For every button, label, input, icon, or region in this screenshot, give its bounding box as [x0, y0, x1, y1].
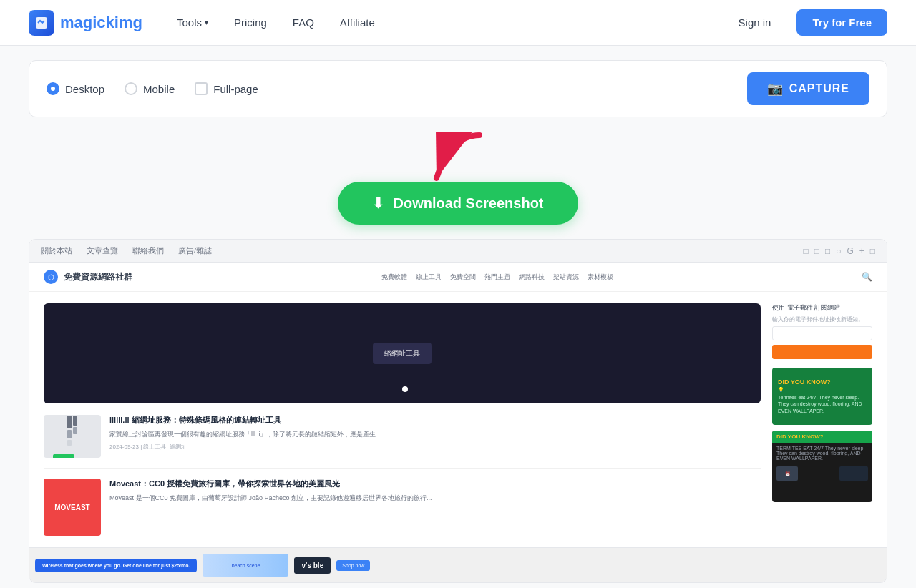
sidebar-ad-green: DID YOU KNOW? 💡 Termites eat 24/7. They …	[772, 368, 872, 425]
logo-icon	[29, 10, 54, 36]
preview-hero-inner: 縮網址工具	[373, 343, 432, 364]
preview-thumb-img-1	[44, 415, 101, 458]
preview-nav-links: 關於本站 文章查覽 聯絡我們 廣告/雜誌	[41, 245, 212, 256]
ad-text: Termites eat 24/7. They never sleep. The…	[778, 394, 867, 413]
preview-article-1: llllll.li 縮網址服務：特殊條碼風格的連結轉址工具 家覽線上討論區再發現…	[44, 415, 761, 469]
preview-article-text-2: Moveast 是一個CC0 免費圖庫，由葡萄牙設計師 João Pacheco…	[109, 494, 761, 504]
logo-text: magickimg	[60, 14, 142, 32]
banner-logo: v's ble	[294, 557, 331, 574]
sidebar-subscribe-title: 使用 電子郵件 訂閱網站	[772, 303, 872, 313]
preview-article-text-1: 家覽線上討論區再發現一個很有趣的縮網址服務「lll.li」，除了將元長的鏈結縮短…	[109, 430, 761, 440]
fullpage-checkbox[interactable]	[195, 82, 208, 95]
chevron-down-icon: ▾	[205, 19, 208, 26]
ad-title: DID YOU KNOW?	[778, 378, 867, 386]
try-free-button[interactable]: Try for Free	[796, 9, 887, 36]
preview-article-meta-1: 2024-09-23 | 線上工具, 縮網址	[109, 443, 761, 451]
navbar: magickimg Tools ▾ Pricing FAQ Affiliate …	[0, 0, 916, 46]
banner-blue: Wireless that goes where you go. Get one…	[35, 559, 197, 572]
site-nav-7: 素材模板	[588, 273, 613, 282]
nav-item-pricing[interactable]: Pricing	[223, 11, 278, 34]
mobile-option[interactable]: Mobile	[125, 82, 175, 95]
sidebar-email-input[interactable]	[772, 326, 872, 340]
site-nav-1: 免費軟體	[381, 273, 407, 282]
camera-icon: 📷	[767, 81, 784, 97]
ad-dark-footer: ⏰	[772, 464, 872, 484]
nav-links: Tools ▾ Pricing FAQ Affiliate	[165, 11, 724, 34]
preview-nav-4: 廣告/雜誌	[178, 245, 212, 256]
toolbar-row: Desktop Mobile Full-page 📷 CAPTURE	[29, 60, 887, 117]
desktop-option[interactable]: Desktop	[47, 82, 104, 95]
banner-btn[interactable]: Shop now	[336, 560, 370, 571]
desktop-radio[interactable]	[47, 82, 59, 95]
preview-main: 縮網址工具	[44, 303, 761, 536]
preview-article-content-1: llllll.li 縮網址服務：特殊條碼風格的連結轉址工具 家覽線上討論區再發現…	[109, 415, 761, 458]
preview-icon-4: ○	[836, 246, 841, 256]
preview-icon-7: □	[870, 246, 875, 256]
banner-text: Wireless that goes where you go. Get one…	[42, 563, 190, 568]
preview-icon-6: +	[859, 246, 864, 256]
nav-item-faq[interactable]: FAQ	[281, 11, 326, 34]
site-nav-6: 架站資源	[553, 273, 579, 282]
capture-button[interactable]: 📷 CAPTURE	[747, 72, 869, 105]
logo[interactable]: magickimg	[29, 10, 142, 36]
preview-logo-area: ⬡ 免費資源網路社群	[44, 270, 132, 284]
preview-site-name: 免費資源網路社群	[64, 271, 132, 283]
preview-sidebar: 使用 電子郵件 訂閱網站 輸入你的電子郵件地址接收新通知。 DID YOU KN…	[772, 303, 872, 536]
preview-icon-3: □	[825, 246, 830, 256]
main-content: Desktop Mobile Full-page 📷 CAPTURE	[0, 46, 916, 588]
sidebar-subscribe-sub: 輸入你的電子郵件地址接收新通知。	[772, 315, 872, 323]
preview-article-2: MOVEAST Moveast：CC0 授權免費旅行圖庫，帶你探索世界各地的美麗…	[44, 479, 761, 536]
sign-in-button[interactable]: Sign in	[724, 11, 786, 34]
preview-nav-1: 關於本站	[41, 245, 72, 256]
preview-content: 縮網址工具	[29, 292, 887, 547]
site-nav-2: 線上工具	[416, 273, 442, 282]
nav-actions: Sign in Try for Free	[724, 9, 887, 36]
preview-logo-icon: ⬡	[44, 270, 58, 284]
preview-icons: □ □ □ ○ G + □	[803, 246, 875, 256]
preview-moveast-thumb: MOVEAST	[44, 479, 101, 536]
preview-article-content-2: Moveast：CC0 授權免費旅行圖庫，帶你探索世界各地的美麗風光 Movea…	[109, 479, 761, 536]
ad-img	[839, 466, 868, 481]
preview-icon-2: □	[814, 246, 819, 256]
ad-dark-header: DID YOU KNOW?	[772, 431, 872, 443]
arrow-indicator	[415, 132, 501, 189]
sidebar-subscribe-btn[interactable]	[772, 345, 872, 359]
preview-search-icon: 🔍	[862, 272, 872, 282]
preview-icon-1: □	[803, 246, 808, 256]
preview-article-title-1: llllll.li 縮網址服務：特殊條碼風格的連結轉址工具	[109, 415, 761, 426]
preview-icon-5: G	[847, 246, 853, 256]
preview-nav-2: 文章查覽	[87, 245, 118, 256]
nav-item-tools[interactable]: Tools ▾	[165, 11, 220, 34]
site-nav-3: 免費空間	[450, 273, 476, 282]
ad-bulb-icon: 💡	[778, 387, 867, 393]
preview-site-header: ⬡ 免費資源網路社群 免費軟體 線上工具 免費空間 熱門主題 網路科技 架站資源…	[29, 263, 887, 292]
mobile-radio[interactable]	[125, 82, 137, 95]
site-nav-4: 熱門主題	[484, 273, 510, 282]
preview-hero-dot	[402, 386, 408, 392]
sidebar-subscribe-widget: 使用 電子郵件 訂閱網站 輸入你的電子郵件地址接收新通知。	[772, 303, 872, 359]
preview-nav-3: 聯絡我們	[132, 245, 164, 256]
ad-dark-title: DID YOU KNOW?	[776, 433, 868, 440]
fullpage-option[interactable]: Full-page	[195, 82, 258, 95]
preview-banner: Wireless that goes where you go. Get one…	[29, 547, 887, 582]
clock-icon: ⏰	[776, 466, 798, 481]
nav-item-affiliate[interactable]: Affiliate	[328, 11, 386, 34]
screenshot-preview: 關於本站 文章查覽 聯絡我們 廣告/雜誌 □ □ □ ○ G + □ ⬡ 免費資…	[29, 239, 887, 583]
preview-hero: 縮網址工具	[44, 303, 761, 403]
sidebar-ad-dark: DID YOU KNOW? TERMITES EAT 24/7 They nev…	[772, 431, 872, 502]
preview-thumb-1	[44, 415, 101, 458]
download-icon: ⬇	[372, 195, 384, 212]
ad-dark-body: TERMITES EAT 24/7 They never sleep. They…	[772, 443, 872, 464]
preview-site-nav: 免費軟體 線上工具 免費空間 熱門主題 網路科技 架站資源 素材模板	[381, 273, 613, 282]
preview-toolbar: 關於本站 文章查覽 聯絡我們 廣告/雜誌 □ □ □ ○ G + □	[29, 240, 887, 263]
site-nav-5: 網路科技	[519, 273, 545, 282]
download-section: ⬇ Download Screenshot	[29, 132, 887, 225]
preview-article-title-2: Moveast：CC0 授權免費旅行圖庫，帶你探索世界各地的美麗風光	[109, 479, 761, 489]
banner-img: beach scene	[203, 554, 288, 577]
view-options: Desktop Mobile Full-page	[47, 82, 258, 95]
